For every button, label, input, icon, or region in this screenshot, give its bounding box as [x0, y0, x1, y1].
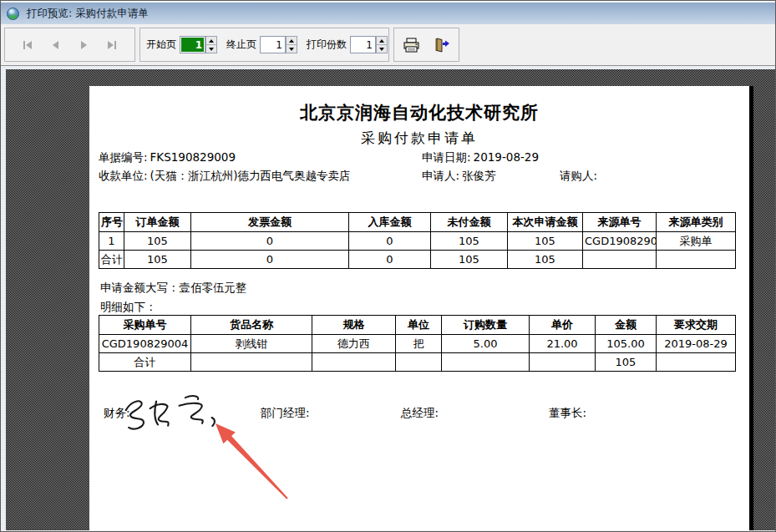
start-page-down-button[interactable]: [206, 45, 216, 53]
last-page-icon: [106, 39, 118, 51]
globe-app-icon: [7, 8, 19, 20]
print-button[interactable]: [399, 33, 424, 57]
applicant-field: 申请人:张俊芳: [422, 169, 496, 184]
window-title: 打印预览: 采购付款申请单: [27, 7, 149, 21]
detail-table-total-row: 合计 105: [99, 353, 736, 372]
header-cell: 金额: [596, 316, 657, 335]
requester-label: 请购人:: [560, 169, 597, 182]
header-cell: 来源单类别: [657, 213, 736, 232]
cell: 105.00: [596, 335, 657, 353]
next-page-button[interactable]: [74, 36, 93, 54]
cell: [583, 251, 657, 269]
summary-table-header-row: 序号 订单金额 发票金额 入库金额 未付金额 本次申请金额 来源单号 来源单类别: [99, 213, 736, 232]
cell: 105: [596, 353, 657, 372]
exit-door-icon: [432, 38, 450, 53]
end-page-input[interactable]: 1: [260, 36, 286, 53]
cell: 105: [508, 232, 583, 251]
payee-field: 收款单位:(天猫：浙江杭州)德力西电气奥越专卖店: [99, 169, 351, 184]
summary-table-row: 1 105 0 0 105 105 CGD1908290 采购单: [99, 232, 736, 251]
end-page-down-button[interactable]: [287, 45, 297, 53]
cell: 剥线钳: [191, 335, 312, 353]
up-arrow-icon: [289, 39, 294, 43]
start-page-up-button[interactable]: [206, 37, 216, 45]
cell: 105: [431, 251, 508, 269]
start-page-input[interactable]: 1: [180, 36, 205, 53]
cell: [657, 353, 736, 372]
payee-value: (天猫：浙江杭州)德力西电气奥越专卖店: [150, 169, 351, 182]
header-cell: 采购单号: [99, 316, 191, 335]
header-cell: 入库金额: [349, 213, 431, 232]
end-page-up-button[interactable]: [287, 37, 297, 45]
copies-up-button[interactable]: [377, 37, 387, 45]
cell: 105: [124, 251, 191, 269]
apply-date-field: 申请日期:2019-08-29: [422, 150, 539, 165]
cell: 105: [508, 251, 583, 269]
start-page-label: 开始页: [146, 38, 176, 52]
cell: [396, 353, 442, 372]
last-page-button[interactable]: [103, 36, 121, 54]
end-page-stepper: [286, 36, 297, 53]
exit-button[interactable]: [429, 33, 454, 57]
header-cell: 来源单号: [583, 213, 657, 232]
dept-manager-label: 部门经理:: [261, 406, 310, 421]
cell: 0: [191, 232, 349, 251]
up-arrow-icon: [379, 39, 384, 43]
header-cell: 序号: [99, 213, 124, 232]
cell: 0: [191, 251, 349, 269]
preview-area: 北京京润海自动化技术研究所 采购付款申请单 单据编号:FKS190829009 …: [1, 66, 775, 530]
cell: 105: [124, 232, 191, 251]
copies-input[interactable]: 1: [350, 36, 376, 53]
first-page-button[interactable]: [18, 36, 37, 54]
header-cell: 单价: [530, 316, 596, 335]
cell: 0: [349, 251, 431, 269]
prev-page-button[interactable]: [47, 36, 65, 54]
header-cell: 订单金额: [124, 213, 191, 232]
finance-signature-handwriting: [119, 390, 232, 433]
cell: CGD190829004: [99, 335, 191, 353]
cell: [530, 353, 596, 372]
cell: 合计: [99, 353, 191, 372]
general-manager-label: 总经理:: [401, 406, 439, 421]
header-cell: 货品名称: [191, 316, 312, 335]
page-range-panel: 开始页 1 终止页 1 打印份数 1: [139, 28, 389, 62]
down-arrow-icon: [209, 48, 214, 51]
detail-table-header-row: 采购单号 货品名称 规格 单位 订购数量 单价 金额 要求交期: [99, 316, 736, 335]
detail-table-row: CGD190829004 剥线钳 德力西 把 5.00 21.00 105.00…: [99, 335, 736, 353]
title-bar: 打印预览: 采购付款申请单: [1, 1, 775, 24]
form-title: 采购付款申请单: [89, 129, 749, 148]
down-arrow-icon: [289, 48, 294, 51]
cell: [657, 251, 736, 269]
detail-section-label: 明细如下：: [100, 300, 157, 315]
printer-icon: [403, 38, 421, 53]
doc-number-value: FKS190829009: [150, 150, 236, 164]
toolbar: 开始页 1 终止页 1 打印份数 1: [1, 24, 775, 66]
cell: CGD1908290: [583, 232, 657, 251]
doc-number-field: 单据编号:FKS190829009: [99, 150, 236, 165]
applicant-value: 张俊芳: [462, 169, 496, 182]
next-page-icon: [78, 39, 89, 51]
header-cell: 本次申请金额: [508, 213, 583, 232]
amount-in-words-value: 壹佰零伍元整: [180, 281, 247, 294]
apply-date-value: 2019-08-29: [474, 150, 539, 164]
document-page: 北京京润海自动化技术研究所 采购付款申请单 单据编号:FKS190829009 …: [89, 86, 749, 530]
amount-in-words-field: 申请金额大写：壹佰零伍元整: [100, 281, 247, 296]
applicant-label: 申请人:: [422, 169, 459, 182]
company-name: 北京京润海自动化技术研究所: [89, 101, 749, 124]
header-cell: 发票金额: [191, 213, 349, 232]
cell: 合计: [99, 251, 124, 269]
header-cell: 规格: [312, 316, 396, 335]
cell: 21.00: [530, 335, 596, 353]
cell: 0: [349, 232, 431, 251]
cell: 德力西: [312, 335, 396, 353]
print-actions-panel: [393, 28, 459, 62]
copies-label: 打印份数: [307, 38, 347, 52]
header-cell: 未付金额: [431, 213, 508, 232]
print-preview-window: 打印预览: 采购付款申请单: [0, 0, 776, 532]
cell: 采购单: [657, 232, 736, 251]
copies-down-button[interactable]: [377, 45, 387, 53]
prev-page-icon: [50, 39, 62, 51]
first-page-icon: [22, 39, 33, 51]
cell: 把: [396, 335, 442, 353]
summary-table-total-row: 合计 105 0 0 105 105: [99, 251, 736, 269]
page-nav-panel: [4, 28, 135, 62]
